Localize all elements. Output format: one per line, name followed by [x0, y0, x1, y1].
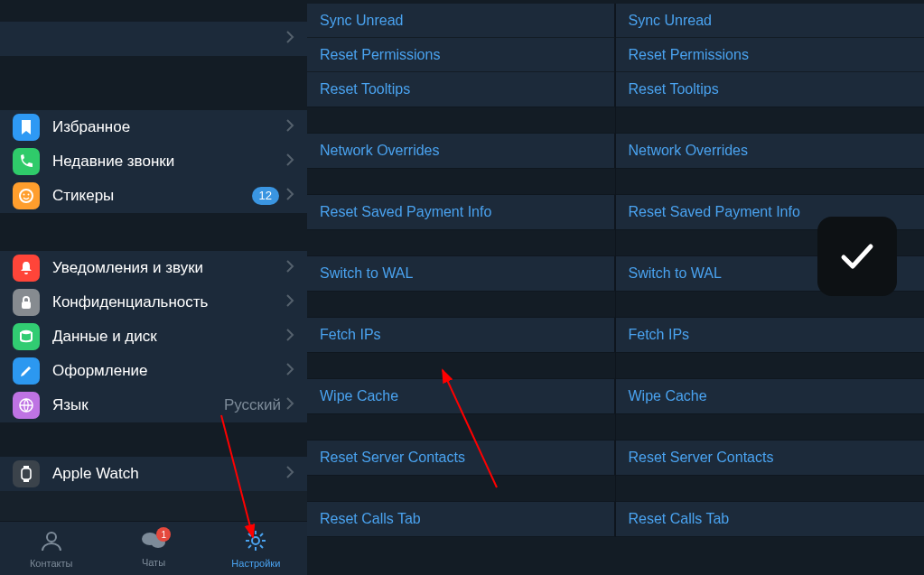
tab-label: Чаты — [142, 557, 165, 568]
debug-action[interactable]: Switch to WAL — [307, 256, 615, 291]
sidebar-item-privacy[interactable]: Конфиденциальность — [0, 285, 307, 320]
sidebar-group-2: Уведомления и звуки Конфиденциальность Д — [0, 251, 307, 422]
debug-action[interactable]: Reset Tooltips — [307, 72, 615, 107]
watch-icon — [13, 460, 40, 487]
debug-gap — [307, 353, 616, 378]
sidebar-item-recent-calls[interactable]: Недавние звонки — [0, 144, 307, 179]
svg-rect-6 — [22, 468, 31, 479]
svg-rect-7 — [23, 466, 29, 468]
database-icon — [13, 323, 40, 350]
sidebar-item-apple-watch[interactable]: Apple Watch — [0, 457, 307, 491]
sidebar-item-notifications[interactable]: Уведомления и звуки — [0, 251, 307, 285]
debug-action[interactable]: Reset Server Contacts — [616, 441, 925, 475]
svg-point-1 — [23, 194, 25, 196]
debug-action[interactable]: Network Overrides — [307, 134, 615, 168]
debug-group: Reset Calls Tab — [616, 501, 925, 537]
svg-point-2 — [28, 194, 30, 196]
debug-action[interactable]: Reset Permissions — [307, 38, 615, 72]
chevron-right-icon — [286, 466, 294, 482]
chevron-right-icon — [286, 119, 294, 135]
sidebar-separator — [0, 422, 307, 457]
svg-line-19 — [260, 533, 263, 536]
debug-group: Sync UnreadReset PermissionsReset Toolti… — [307, 4, 616, 107]
sidebar-item-label: Стикеры — [52, 187, 252, 205]
tab-chats[interactable]: 1 Чаты — [102, 522, 204, 575]
svg-rect-8 — [23, 479, 29, 482]
debug-group: Wipe Cache — [616, 378, 925, 414]
debug-group: Reset Saved Payment Info — [307, 194, 616, 230]
debug-action[interactable]: Reset Saved Payment Info — [307, 195, 615, 229]
svg-line-17 — [248, 533, 251, 536]
sidebar-item-appearance[interactable]: Оформление — [0, 354, 307, 388]
chevron-right-icon — [286, 188, 294, 204]
sidebar-item-saved[interactable]: Избранное — [0, 110, 307, 144]
debug-action[interactable]: Reset Calls Tab — [616, 502, 925, 536]
debug-action[interactable]: Fetch IPs — [307, 318, 615, 352]
svg-point-4 — [21, 330, 32, 334]
debug-action[interactable]: Reset Server Contacts — [307, 441, 615, 475]
checkmark-icon — [836, 236, 878, 277]
sidebar-item-data[interactable]: Данные и диск — [0, 320, 307, 354]
sidebar-item-language[interactable]: Язык Русский — [0, 388, 307, 422]
debug-column-1: Sync UnreadReset PermissionsReset Toolti… — [307, 0, 616, 575]
globe-icon — [13, 392, 40, 419]
chevron-right-icon — [286, 294, 294, 311]
bookmark-icon — [13, 114, 40, 141]
debug-gap — [307, 169, 616, 194]
debug-group: Network Overrides — [307, 133, 616, 169]
sidebar-item-label: Недавние звонки — [52, 153, 286, 171]
debug-gap — [616, 476, 925, 501]
svg-rect-3 — [22, 301, 31, 309]
tab-settings[interactable]: Настройки — [205, 522, 307, 575]
chevron-right-icon — [286, 260, 294, 276]
svg-line-18 — [260, 545, 263, 548]
sidebar-item-label: Язык — [52, 396, 224, 414]
chevron-right-icon — [286, 153, 294, 170]
tab-badge: 1 — [156, 527, 171, 542]
debug-action[interactable]: Sync Unread — [616, 4, 925, 38]
debug-action[interactable]: Wipe Cache — [307, 379, 615, 413]
svg-point-12 — [252, 537, 259, 544]
sidebar-item-label: Оформление — [52, 362, 286, 380]
sidebar-item-label: Данные и диск — [52, 328, 286, 346]
phone-icon — [13, 148, 40, 175]
app-root: Избранное Недавние звонки Стикеры — [0, 0, 924, 575]
svg-point-0 — [20, 190, 33, 202]
debug-action[interactable]: Reset Calls Tab — [307, 502, 615, 536]
sidebar-top-blank-row[interactable] — [0, 22, 307, 56]
debug-action[interactable]: Fetch IPs — [616, 318, 925, 352]
chevron-right-icon — [286, 329, 294, 345]
lock-icon — [13, 289, 40, 316]
svg-line-20 — [248, 545, 251, 548]
debug-action[interactable]: Wipe Cache — [616, 379, 925, 413]
sidebar-item-value: Русский — [224, 396, 281, 414]
chevron-right-icon — [286, 363, 294, 379]
debug-gap — [307, 292, 616, 317]
sidebar-group-3: Apple Watch — [0, 457, 307, 491]
sidebar-item-label: Избранное — [52, 118, 286, 136]
sidebar-item-label: Уведомления и звуки — [52, 259, 286, 277]
debug-group: Sync UnreadReset PermissionsReset Toolti… — [616, 4, 925, 107]
sidebar-item-stickers[interactable]: Стикеры 12 — [0, 179, 307, 213]
chevron-right-icon — [286, 31, 294, 47]
sidebar-separator — [0, 56, 307, 110]
chevron-right-icon — [286, 397, 294, 413]
debug-group: Switch to WAL — [307, 255, 616, 292]
tab-label: Контакты — [30, 558, 73, 569]
success-toast — [817, 217, 897, 296]
brush-icon — [13, 357, 40, 385]
sidebar-group-1: Избранное Недавние звонки Стикеры — [0, 110, 307, 213]
debug-gap — [616, 169, 925, 194]
debug-group: Reset Server Contacts — [307, 440, 616, 476]
debug-gap — [307, 476, 616, 501]
sidebar-item-label: Apple Watch — [52, 465, 286, 483]
tab-contacts[interactable]: Контакты — [0, 522, 102, 575]
debug-action[interactable]: Sync Unread — [307, 4, 615, 38]
debug-action[interactable]: Network Overrides — [616, 134, 925, 168]
debug-group: Wipe Cache — [307, 378, 616, 414]
debug-action[interactable]: Reset Permissions — [616, 38, 925, 72]
sticker-icon — [13, 182, 40, 209]
debug-gap — [307, 414, 616, 440]
debug-action[interactable]: Reset Tooltips — [616, 72, 925, 107]
tabbar: Контакты 1 Чаты Настройки — [0, 521, 307, 575]
